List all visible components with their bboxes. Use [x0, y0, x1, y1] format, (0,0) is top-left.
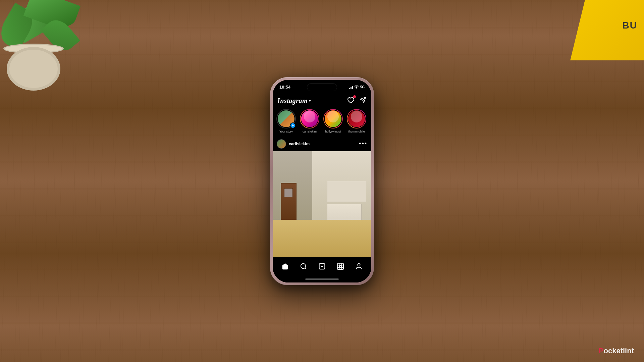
watermark: Pocketlint — [599, 347, 634, 355]
send-icon[interactable] — [359, 97, 367, 105]
add-story-button[interactable]: + — [290, 122, 296, 128]
post-user[interactable]: carlislekim — [277, 139, 310, 149]
post-user-avatar — [277, 139, 286, 149]
nav-reels-button[interactable] — [334, 260, 346, 272]
nav-home-button[interactable] — [279, 260, 291, 272]
story-ring-hollyrwinget — [323, 109, 343, 128]
face — [351, 111, 363, 122]
wifi-icon — [354, 85, 359, 89]
phone-frame: 10:54 — [270, 77, 374, 285]
svg-point-9 — [339, 265, 341, 267]
instagram-wordmark: Instagram — [277, 97, 308, 105]
svg-line-4 — [305, 268, 306, 269]
nav-profile-button[interactable] — [353, 260, 365, 272]
story-item-themrmobile[interactable]: themrmobile — [346, 109, 367, 133]
post-container: carlislekim ••• — [273, 137, 371, 257]
phone-device: 10:54 — [270, 77, 374, 285]
face — [304, 111, 316, 122]
story-avatar-hollyrwinget — [324, 110, 342, 128]
story-item-your-story[interactable]: + Your story — [276, 109, 296, 133]
instagram-navbar: Instagram ▾ — [273, 95, 371, 107]
svg-point-14 — [358, 264, 360, 266]
signal-bars — [349, 85, 353, 89]
nav-add-button[interactable] — [316, 260, 328, 272]
home-indicator — [273, 276, 371, 282]
story-ring-carlislekim — [300, 109, 319, 128]
kitchen-scene — [273, 151, 371, 257]
notification-badge — [353, 95, 356, 98]
plant-decoration — [0, 0, 101, 97]
chevron-down-icon[interactable]: ▾ — [309, 99, 311, 103]
stories-row: + Your story — [273, 107, 371, 137]
home-bar — [305, 278, 339, 280]
face — [327, 111, 339, 122]
status-icons: 5G — [349, 85, 365, 89]
story-item-hollyrwinget[interactable]: hollyrwinget — [323, 109, 343, 133]
plant-pot — [7, 47, 60, 91]
nav-icons — [347, 97, 367, 105]
cellular-label: 5G — [360, 85, 365, 89]
watermark-text: ocketlint — [604, 347, 634, 355]
door-window — [284, 188, 293, 198]
story-label-themrmobile: themrmobile — [348, 130, 365, 133]
kitchen-floor — [273, 220, 371, 257]
story-ring-themrmobile — [347, 109, 366, 128]
signal-bar-2 — [351, 87, 352, 89]
story-image-hollyrwinget — [325, 110, 341, 127]
signal-bar-1 — [349, 88, 350, 89]
your-story-ring: + — [276, 109, 296, 128]
post-more-options[interactable]: ••• — [359, 140, 367, 147]
story-image-carlislekim — [301, 110, 318, 127]
watermark-red: P — [599, 347, 604, 355]
status-time: 10:54 — [279, 85, 290, 90]
phone-inner: 10:54 — [273, 80, 371, 282]
heart-icon[interactable] — [347, 97, 355, 105]
kitchen-cabinets-upper — [327, 181, 367, 202]
svg-point-3 — [301, 264, 306, 269]
story-avatar-themrmobile — [347, 110, 366, 128]
story-label-carlislekim: carlislekim — [303, 130, 317, 133]
svg-rect-8 — [337, 263, 343, 269]
story-avatar-carlislekim — [301, 110, 319, 128]
instagram-logo[interactable]: Instagram ▾ — [277, 97, 311, 105]
story-item-carlislekim[interactable]: carlislekim — [300, 109, 320, 133]
phone-screen: 10:54 — [273, 80, 371, 282]
yellow-label: BU — [623, 20, 637, 31]
post-username: carlislekim — [289, 142, 310, 146]
nav-search-button[interactable] — [298, 260, 310, 272]
story-label-hollyrwinget: hollyrwinget — [325, 130, 341, 133]
your-story-label: Your story — [279, 130, 293, 133]
svg-point-0 — [356, 88, 357, 88]
post-image[interactable] — [273, 151, 371, 257]
post-header: carlislekim ••• — [273, 137, 371, 151]
dynamic-island — [307, 83, 337, 91]
bottom-navigation — [273, 257, 371, 276]
instagram-app[interactable]: Instagram ▾ — [273, 95, 371, 282]
signal-bar-3 — [352, 86, 353, 89]
story-image-themrmobile — [348, 110, 365, 127]
status-bar: 10:54 — [273, 80, 371, 95]
